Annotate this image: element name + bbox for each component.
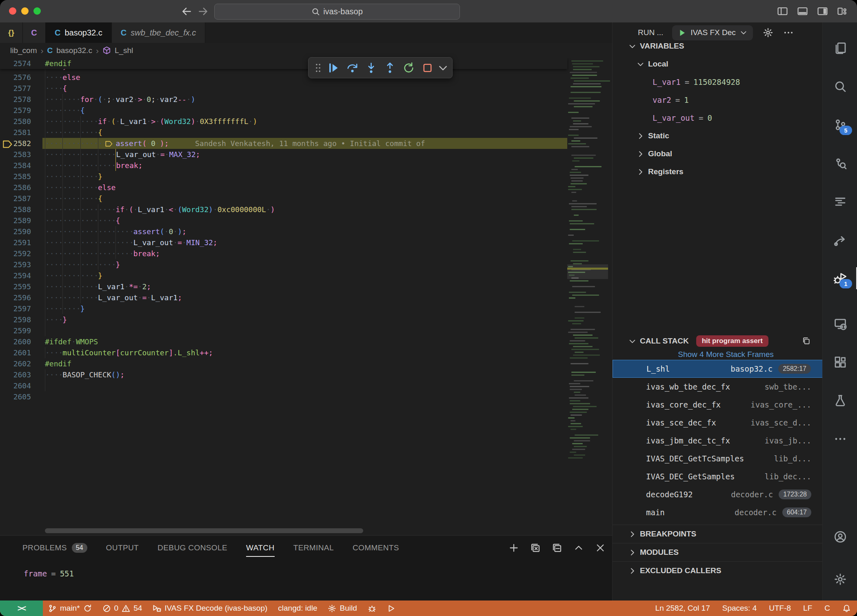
code-line: 2580············if·(·L_var1·>·(Word32)·0… xyxy=(0,116,567,127)
activitybar-run-and-debug[interactable]: 1 xyxy=(823,265,857,291)
encoding[interactable]: UTF-8 xyxy=(763,600,797,616)
eol[interactable]: LF xyxy=(797,600,818,616)
step-over-button[interactable] xyxy=(343,58,362,77)
variable-row[interactable]: L_var1=1150284928 xyxy=(613,73,823,91)
activitybar-account[interactable] xyxy=(823,524,857,550)
watch-expression[interactable]: frame=551 xyxy=(24,569,612,578)
debug-settings-gear[interactable] xyxy=(763,27,773,38)
debug-more-actions[interactable] xyxy=(783,27,794,38)
history-forward-button[interactable] xyxy=(198,6,209,17)
panel-tab-watch[interactable]: WATCH xyxy=(246,543,275,552)
cursor-position[interactable]: Ln 2582, Col 17 xyxy=(649,600,716,616)
stack-frame-IVAS_DEC_GetTcSamples[interactable]: IVAS_DEC_GetTcSampleslib_d... xyxy=(613,450,823,468)
activitybar-share[interactable] xyxy=(823,227,857,253)
panel-tab-debug-console[interactable]: DEBUG CONSOLE xyxy=(158,543,227,552)
copy-call-stack-icon[interactable] xyxy=(802,337,810,345)
code-line: 2592····················break; xyxy=(0,248,567,259)
panel-tab-comments[interactable]: COMMENTS xyxy=(353,543,399,552)
indentation[interactable]: Spaces: 4 xyxy=(716,600,763,616)
stack-frame-L_shl[interactable]: L_shlbasop32.c2582:17 xyxy=(613,360,823,378)
horizontal-scrollbar[interactable] xyxy=(45,528,363,533)
stack-frame-IVAS_DEC_GetSamples[interactable]: IVAS_DEC_GetSampleslib_dec... xyxy=(613,468,823,485)
breadcrumb-item[interactable]: basop32.c xyxy=(56,46,92,55)
start-debug-icon[interactable] xyxy=(677,28,687,38)
call-stack-header[interactable]: CALL STACK hit program assert xyxy=(613,332,823,350)
toggle-primary-sidebar[interactable] xyxy=(777,6,788,17)
variables-header[interactable]: VARIABLES xyxy=(613,37,823,55)
breadcrumb-item[interactable]: L_shl xyxy=(115,46,133,55)
activitybar-testing[interactable] xyxy=(823,388,857,414)
chevron-right-icon xyxy=(636,132,645,140)
clangd-status[interactable]: clangd: idle xyxy=(273,600,322,616)
variables-scope-static[interactable]: Static xyxy=(613,127,823,145)
toggle-panel[interactable] xyxy=(797,6,808,17)
activitybar-more-views[interactable] xyxy=(823,426,857,452)
modules-section[interactable]: MODULES xyxy=(613,543,823,561)
code-editor[interactable]: 2575····}2576····else2577····{2578······… xyxy=(0,58,612,535)
activitybar-extensions[interactable] xyxy=(823,349,857,375)
variable-row[interactable]: var2=1 xyxy=(613,91,823,109)
chevron-right-icon xyxy=(636,168,645,176)
code-line: 2585············} xyxy=(0,171,567,182)
add-expression[interactable] xyxy=(508,543,519,553)
toggle-secondary-sidebar[interactable] xyxy=(817,6,828,17)
run-task[interactable] xyxy=(382,600,401,616)
panel-tab-problems[interactable]: PROBLEMS54 xyxy=(22,543,87,553)
branch-status[interactable]: main* xyxy=(43,600,97,616)
stop-button[interactable] xyxy=(418,58,437,77)
close-window-button[interactable] xyxy=(9,7,16,15)
language-mode[interactable]: C xyxy=(818,600,836,616)
breakpoints-section[interactable]: BREAKPOINTS xyxy=(613,525,823,543)
step-out-button[interactable] xyxy=(380,58,399,77)
tab-basop32[interactable]: Cbasop32.c xyxy=(46,22,112,43)
variables-scope-global[interactable]: Global xyxy=(613,145,823,163)
show-more-frames-link[interactable]: Show 4 More Stack Frames xyxy=(613,350,823,360)
command-center-search[interactable]: ivas-basop xyxy=(214,4,460,20)
panel-tab-output[interactable]: OUTPUT xyxy=(106,543,139,552)
activitybar-settings[interactable] xyxy=(823,566,857,592)
variable-row[interactable]: L_var_out=0 xyxy=(613,109,823,127)
close-panel[interactable] xyxy=(595,543,606,553)
notifications[interactable] xyxy=(836,600,857,616)
maximize-panel[interactable] xyxy=(573,543,584,553)
excluded-callers-section[interactable]: EXCLUDED CALLERS xyxy=(613,561,823,580)
panel-tab-terminal[interactable]: TERMINAL xyxy=(293,543,334,552)
breadcrumb[interactable]: lib_com›Cbasop32.c›L_shl xyxy=(0,43,622,58)
variables-scope-local[interactable]: Local xyxy=(613,55,823,73)
stack-frame-decodeG192[interactable]: decodeG192decoder.c1723:28 xyxy=(613,485,823,503)
activitybar-remote-explorer[interactable] xyxy=(823,311,857,337)
debug-config-status[interactable]: IVAS FX Decode (ivas-basop) xyxy=(147,600,273,616)
toolbar-dropdown-button[interactable] xyxy=(437,58,449,77)
zoom-window-button[interactable] xyxy=(33,7,41,15)
variables-scope-registers[interactable]: Registers xyxy=(613,163,823,181)
minimap[interactable] xyxy=(567,58,608,535)
customize-layout[interactable] xyxy=(837,6,848,17)
activitybar-commit-search[interactable] xyxy=(823,150,857,176)
step-into-button[interactable] xyxy=(362,58,380,77)
stack-frame-ivas_wb_tbe_dec_fx[interactable]: ivas_wb_tbe_dec_fxswb_tbe... xyxy=(613,378,823,396)
minimize-window-button[interactable] xyxy=(21,7,29,15)
build-task[interactable]: Build xyxy=(322,600,362,616)
tab-c-pinned[interactable]: C xyxy=(23,22,46,43)
breadcrumb-item[interactable]: lib_com xyxy=(10,46,37,55)
drag-handle-button[interactable] xyxy=(312,58,324,77)
line-number: 2584 xyxy=(0,160,31,171)
activitybar-search[interactable] xyxy=(823,73,857,100)
activitybar-explorer[interactable] xyxy=(823,35,857,61)
stack-frame-ivas_sce_dec_fx[interactable]: ivas_sce_dec_fxivas_sce_d... xyxy=(613,414,823,432)
stack-frame-ivas_core_dec_fx[interactable]: ivas_core_dec_fxivas_core_... xyxy=(613,396,823,414)
restart-button[interactable] xyxy=(399,58,418,77)
activitybar-outline-list[interactable] xyxy=(823,188,857,215)
problems-status[interactable]: 054 xyxy=(97,600,148,616)
stack-frame-ivas_jbm_dec_tc_fx[interactable]: ivas_jbm_dec_tc_fxivas_jb... xyxy=(613,432,823,450)
remove-all-expressions[interactable] xyxy=(530,543,541,553)
collapse-all[interactable] xyxy=(552,543,562,553)
continue-button[interactable] xyxy=(324,58,343,77)
history-back-button[interactable] xyxy=(181,6,192,17)
stack-frame-main[interactable]: maindecoder.c604:17 xyxy=(613,503,823,521)
tab-swb-tbe-dec-fx[interactable]: Cswb_tbe_dec_fx.c xyxy=(112,22,206,43)
remote-indicator[interactable]: >< xyxy=(0,600,43,616)
activitybar-source-control[interactable]: 5 xyxy=(823,112,857,138)
tab-braces[interactable]: {} xyxy=(0,22,23,43)
debug-bug[interactable] xyxy=(362,600,382,616)
